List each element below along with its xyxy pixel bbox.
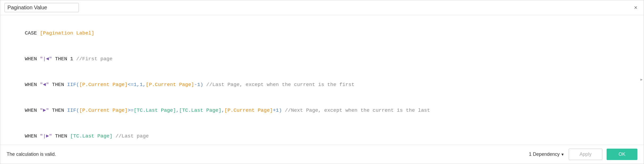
keyword-then-3: THEN	[49, 107, 67, 113]
dependency-label: 1 Dependency	[529, 152, 560, 157]
keyword-then-1: THEN 1	[52, 56, 76, 62]
ref-current-page-2: [P.Current Page]	[146, 82, 194, 88]
func-iif-1: IIF(	[67, 82, 79, 88]
string-next: "►"	[40, 107, 49, 113]
comment-next-page: //Next Page, except when the current is …	[282, 107, 430, 113]
keyword-case: CASE	[25, 30, 40, 36]
code-line-3: WHEN "◄" THEN IIF([P.Current Page]<=1,1,…	[7, 72, 637, 98]
op-minus-1: -1)	[194, 82, 203, 88]
dependency-button[interactable]: 1 Dependency ▼	[529, 152, 564, 157]
ref-current-page-4: [P.Current Page]	[224, 107, 273, 113]
comment-last-page: //Last Page, except when the current is …	[203, 82, 354, 88]
ref-last-page-3: [TC.Last Page]	[70, 133, 112, 139]
dialog-header: ×	[0, 0, 644, 15]
ref-current-page-3: [P.Current Page]	[79, 107, 128, 113]
keyword-when-3: WHEN	[25, 107, 40, 113]
dialog: × CASE [Pagination Label] WHEN "|◄" THEN…	[0, 0, 644, 164]
func-iif-2: IIF(	[67, 107, 79, 113]
keyword-when-1: WHEN	[25, 56, 40, 62]
validation-status: The calculation is valid.	[7, 152, 56, 157]
scroll-indicator: ▶	[641, 77, 643, 83]
keyword-when-2: WHEN	[25, 82, 40, 88]
string-last: "|►"	[40, 133, 52, 139]
dialog-footer: The calculation is valid. 1 Dependency ▼…	[0, 145, 644, 164]
code-line-5: WHEN "|►" THEN [TC.Last Page] //Last pag…	[7, 123, 637, 145]
comment-last-page-2: //Last page	[116, 133, 149, 139]
apply-button[interactable]: Apply	[569, 149, 602, 160]
ref-current-page-1: [P.Current Page]	[79, 82, 128, 88]
comma-2: ,	[221, 107, 224, 113]
op-gte: >=	[128, 107, 134, 113]
code-line-4: WHEN "►" THEN IIF([P.Current Page]>=[TC.…	[7, 98, 637, 123]
calculation-title-input[interactable]	[5, 3, 79, 12]
code-line-2: WHEN "|◄" THEN 1 //First page	[7, 46, 637, 72]
keyword-then-2: THEN	[49, 82, 67, 88]
comma-1: ,	[176, 107, 179, 113]
string-prev: "◄"	[40, 82, 49, 88]
code-editor[interactable]: CASE [Pagination Label] WHEN "|◄" THEN 1…	[0, 15, 644, 145]
ref-pagination-label-1: [Pagination Label]	[40, 30, 94, 36]
close-icon: ×	[634, 4, 637, 11]
ref-last-page-1: [TC.Last Page]	[134, 107, 176, 113]
op-lte: <=1,1,	[128, 82, 146, 88]
code-line-1: CASE [Pagination Label]	[7, 20, 637, 46]
ref-last-page-2: [TC.Last Page]	[179, 107, 221, 113]
keyword-then-4: THEN	[52, 133, 70, 139]
comment-last-page-label	[112, 133, 115, 139]
ok-button[interactable]: OK	[607, 149, 637, 160]
chevron-down-icon: ▼	[561, 152, 564, 157]
string-first: "|◄"	[40, 56, 52, 62]
op-plus-1: +1)	[273, 107, 282, 113]
footer-actions: 1 Dependency ▼ Apply OK	[529, 149, 637, 160]
keyword-when-4: WHEN	[25, 133, 40, 139]
close-button[interactable]: ×	[632, 4, 639, 12]
comment-first-page: //First page	[76, 56, 112, 62]
